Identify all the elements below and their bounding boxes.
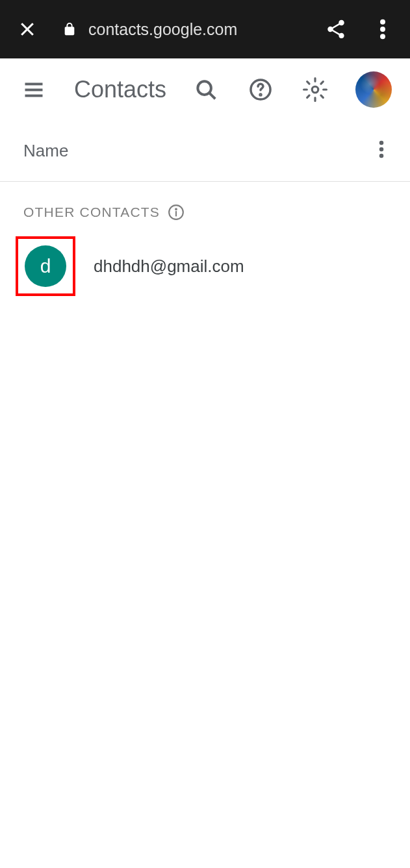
browser-address-bar: contacts.google.com <box>0 0 410 58</box>
svg-line-9 <box>210 93 216 99</box>
svg-point-13 <box>379 141 384 145</box>
svg-point-8 <box>198 81 211 95</box>
gear-icon[interactable] <box>301 75 329 104</box>
search-icon[interactable] <box>192 75 220 104</box>
contact-avatar[interactable]: d <box>25 245 66 287</box>
section-label: OTHER CONTACTS <box>23 205 160 220</box>
lock-icon <box>62 22 77 36</box>
profile-avatar[interactable] <box>355 71 392 108</box>
svg-point-4 <box>380 34 385 39</box>
page-title: Contacts <box>74 76 166 103</box>
svg-point-11 <box>260 93 261 95</box>
help-icon[interactable] <box>246 75 275 104</box>
url-area[interactable]: contacts.google.com <box>62 20 324 39</box>
close-icon[interactable] <box>16 18 39 41</box>
column-header: Name <box>0 120 410 182</box>
svg-point-12 <box>312 86 318 93</box>
svg-point-3 <box>380 27 385 32</box>
svg-rect-7 <box>25 94 43 97</box>
svg-point-15 <box>379 154 384 158</box>
svg-rect-5 <box>25 82 43 85</box>
svg-point-18 <box>175 208 177 210</box>
more-vert-icon[interactable] <box>371 18 394 41</box>
avatar-initial: d <box>40 255 51 277</box>
section-header: OTHER CONTACTS <box>0 182 410 232</box>
app-header: Contacts <box>0 58 410 120</box>
info-icon[interactable] <box>168 204 185 221</box>
list-more-icon[interactable] <box>376 137 387 164</box>
avatar-highlight: d <box>16 236 75 296</box>
share-icon[interactable] <box>324 18 348 41</box>
svg-point-14 <box>379 147 384 152</box>
menu-icon[interactable] <box>18 74 49 105</box>
svg-rect-6 <box>25 88 43 91</box>
page-url: contacts.google.com <box>88 20 237 39</box>
contact-email: dhdhdh@gmail.com <box>94 256 244 277</box>
svg-point-2 <box>380 19 385 25</box>
column-name-label: Name <box>23 141 68 161</box>
contact-row[interactable]: d dhdhdh@gmail.com <box>0 232 410 300</box>
